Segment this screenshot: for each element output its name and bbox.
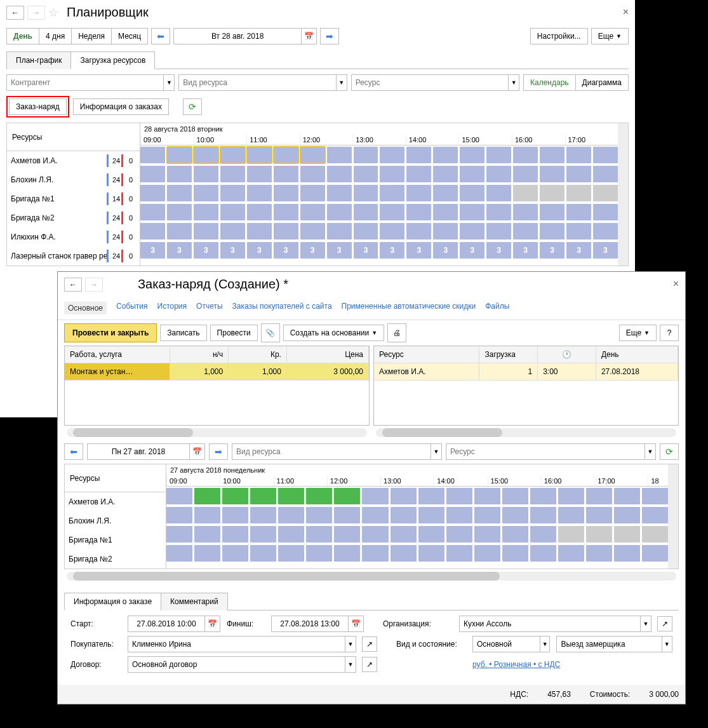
resource-row[interactable]: Ахметов И.А.240 <box>7 151 140 170</box>
help-button[interactable]: ? <box>660 325 679 341</box>
close-icon[interactable]: × <box>623 6 629 18</box>
start-label: Старт: <box>70 619 121 628</box>
timeline-date: 27 августа 2018 понедельник <box>166 464 668 476</box>
vscroll[interactable] <box>618 123 628 266</box>
tab-info[interactable]: Информация о заказе <box>64 593 161 610</box>
print-icon[interactable]: 🖨 <box>387 323 406 342</box>
resource-row[interactable]: Бригада №2240 <box>7 208 140 227</box>
resource-row[interactable]: Бригада №1 <box>65 530 166 549</box>
restype-input[interactable] <box>232 444 431 459</box>
prev-date[interactable]: ⬅ <box>64 443 83 460</box>
resource-row[interactable]: Бригада №2 <box>65 549 166 569</box>
dd-btn[interactable]: ▼ <box>345 637 356 652</box>
resource-row[interactable]: Лазерный станок гравер резчи240 <box>7 246 140 266</box>
dd-btn[interactable]: ▼ <box>336 75 347 90</box>
resources-header: Ресурсы <box>65 464 166 492</box>
refresh-button[interactable]: ⟳ <box>660 443 679 460</box>
tab-plan[interactable]: План-график <box>6 51 71 69</box>
col-resource: Ресурс <box>374 346 479 363</box>
view-day[interactable]: День <box>6 28 39 44</box>
settings-button[interactable]: Настройки... <box>530 28 588 44</box>
calendar-icon[interactable]: 📅 <box>189 444 204 459</box>
hscroll[interactable] <box>67 428 367 437</box>
open-icon[interactable]: ↗ <box>362 657 377 672</box>
currency-link[interactable]: руб. • Розничная • с НДС <box>472 660 560 669</box>
dd-btn[interactable]: ▼ <box>662 637 672 652</box>
dd-btn[interactable]: ▼ <box>645 444 655 459</box>
status-input[interactable] <box>557 637 661 652</box>
more-button[interactable]: Еще ▼ <box>591 28 629 44</box>
hscroll[interactable] <box>376 428 676 437</box>
nav-history[interactable]: История <box>157 302 187 314</box>
resource-row[interactable]: Блохин Л.Я.240 <box>7 170 140 189</box>
col-kr: Кр. <box>229 346 287 363</box>
nav-web[interactable]: Заказы покупателей с сайта <box>232 302 332 314</box>
back-button[interactable]: ← <box>6 6 24 20</box>
dd-btn[interactable]: ▼ <box>345 657 356 672</box>
next-date[interactable]: ➡ <box>320 28 339 44</box>
resource-input[interactable] <box>446 444 645 459</box>
prev-date[interactable]: ⬅ <box>151 28 170 44</box>
restype-input[interactable] <box>179 75 335 90</box>
nav-main[interactable]: Основное <box>64 302 107 314</box>
tab-comment[interactable]: Комментарий <box>161 593 228 610</box>
fwd-button[interactable]: → <box>85 278 103 292</box>
date-input[interactable] <box>174 29 301 44</box>
calendar-icon[interactable]: 📅 <box>204 616 220 631</box>
refresh-button[interactable]: ⟳ <box>183 98 202 115</box>
nav-events[interactable]: События <box>116 302 148 314</box>
start-input[interactable] <box>128 616 204 631</box>
contract-input[interactable] <box>128 657 345 672</box>
resource-row[interactable]: Бригада №1140 <box>7 189 140 208</box>
order-button[interactable]: Заказ-наряд <box>9 98 67 115</box>
tab-load[interactable]: Загрузка ресурсов <box>70 51 155 69</box>
view-month[interactable]: Месяц <box>111 28 148 44</box>
post-close-button[interactable]: Провести и закрыть <box>64 323 157 342</box>
post-button[interactable]: Провести <box>210 325 258 341</box>
star-icon[interactable]: ☆ <box>48 6 58 20</box>
vat-label: НДС: <box>510 690 528 699</box>
vscroll[interactable] <box>668 464 678 569</box>
resource-row[interactable]: Блохин Л.Я. <box>65 511 166 530</box>
dd-btn[interactable]: ▼ <box>540 637 550 652</box>
calendar-icon[interactable]: 📅 <box>348 616 363 631</box>
diagram-view[interactable]: Диаграмма <box>575 74 629 91</box>
buyer-input[interactable] <box>128 637 345 652</box>
attach-icon[interactable]: 📎 <box>261 323 280 342</box>
dd-btn[interactable]: ▼ <box>431 444 441 459</box>
view-4days[interactable]: 4 дня <box>39 28 72 44</box>
view-week[interactable]: Неделя <box>71 28 112 44</box>
org-input[interactable] <box>460 616 640 631</box>
hscroll[interactable] <box>67 572 676 581</box>
dd-btn[interactable]: ▼ <box>640 616 651 631</box>
save-button[interactable]: Записать <box>160 325 206 341</box>
close-icon[interactable]: × <box>673 278 679 290</box>
counterparty-input[interactable] <box>7 75 163 90</box>
resource-row[interactable]: Ахметов И.А. <box>65 492 166 511</box>
finish-input[interactable] <box>272 616 348 631</box>
calendar-icon[interactable]: 📅 <box>301 29 316 44</box>
col-service: Работа, услуга <box>65 346 170 363</box>
next-date[interactable]: ➡ <box>209 443 228 460</box>
dd-btn[interactable]: ▼ <box>508 75 519 90</box>
nav-discounts[interactable]: Примененные автоматические скидки <box>342 302 476 314</box>
highlight-order: Заказ-наряд <box>6 96 69 118</box>
open-icon[interactable]: ↗ <box>362 637 377 652</box>
open-icon[interactable]: ↗ <box>657 616 672 631</box>
dd-btn[interactable]: ▼ <box>163 75 174 90</box>
fwd-button[interactable]: → <box>27 6 45 20</box>
table-row[interactable]: Ахметов И.А. 1 3:00 27.08.2018 <box>374 363 678 381</box>
col-nh: н/ч <box>170 346 229 363</box>
orders-info-button[interactable]: Информация о заказах <box>73 98 169 115</box>
create-based-button[interactable]: Создать на основании ▼ <box>283 325 384 341</box>
table-row[interactable]: Монтаж и устан… 1,000 1,000 3 000,00 <box>65 363 369 381</box>
calendar-view[interactable]: Календарь <box>523 74 576 91</box>
type-input[interactable] <box>473 637 540 652</box>
resource-row[interactable]: Илюхин Ф.А.240 <box>7 227 140 246</box>
nav-files[interactable]: Файлы <box>485 302 509 314</box>
back-button[interactable]: ← <box>64 278 82 292</box>
nav-reports[interactable]: Отчеты <box>196 302 222 314</box>
resource-input[interactable] <box>352 75 508 90</box>
more-button[interactable]: Еще ▼ <box>619 325 657 341</box>
date-input[interactable] <box>88 444 189 459</box>
